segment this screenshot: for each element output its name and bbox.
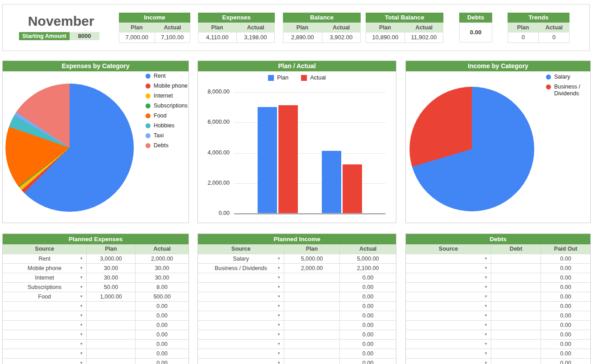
actual-cell[interactable]: 0.00 <box>339 349 396 358</box>
paid-out-cell[interactable]: 0.00 <box>541 302 590 311</box>
paid-out-cell[interactable]: 0.00 <box>541 349 590 358</box>
source-cell[interactable]: ▼ <box>3 311 86 320</box>
debt-cell[interactable] <box>491 311 541 320</box>
plan-cell[interactable] <box>284 292 339 301</box>
dropdown-arrow-icon[interactable]: ▼ <box>80 285 83 289</box>
plan-cell[interactable] <box>284 302 339 311</box>
source-cell[interactable]: ▼ <box>198 311 284 320</box>
bar-plan-income[interactable] <box>258 107 277 213</box>
source-cell[interactable]: ▼ <box>3 330 86 339</box>
debt-cell[interactable] <box>491 254 541 263</box>
expenses-actual-value[interactable]: 3,198.00 <box>236 33 275 42</box>
trends-actual-value[interactable]: 0 <box>538 33 569 42</box>
paid-out-cell[interactable]: 0.00 <box>541 330 590 339</box>
dropdown-arrow-icon[interactable]: ▼ <box>80 314 83 317</box>
dropdown-arrow-icon[interactable]: ▼ <box>80 257 83 261</box>
dropdown-arrow-icon[interactable]: ▼ <box>277 323 281 327</box>
actual-cell[interactable]: 30.00 <box>135 264 188 273</box>
source-cell[interactable]: ▼ <box>3 349 86 358</box>
source-cell[interactable]: ▼ <box>406 340 491 349</box>
source-cell[interactable]: ▼ <box>406 292 491 301</box>
plan-cell[interactable] <box>86 302 135 311</box>
actual-cell[interactable]: 0.00 <box>135 321 188 330</box>
dropdown-arrow-icon[interactable]: ▼ <box>277 285 281 289</box>
actual-cell[interactable]: 0.00 <box>339 311 396 320</box>
dropdown-arrow-icon[interactable]: ▼ <box>277 333 281 336</box>
dropdown-arrow-icon[interactable]: ▼ <box>277 276 281 280</box>
actual-cell[interactable]: 30.00 <box>135 273 188 282</box>
source-cell[interactable]: ▼ <box>406 330 491 339</box>
plan-cell[interactable] <box>284 311 339 320</box>
paid-out-cell[interactable]: 0.00 <box>541 359 590 364</box>
source-cell[interactable]: ▼ <box>406 283 491 292</box>
dropdown-arrow-icon[interactable]: ▼ <box>484 314 488 317</box>
plan-cell[interactable] <box>86 321 135 330</box>
dropdown-arrow-icon[interactable]: ▼ <box>484 333 488 336</box>
dropdown-arrow-icon[interactable]: ▼ <box>80 361 83 364</box>
paid-out-cell[interactable]: 0.00 <box>541 321 590 330</box>
plan-cell[interactable]: 1,000.00 <box>86 292 135 301</box>
plan-cell[interactable] <box>86 340 135 349</box>
income-pie-chart[interactable] <box>409 87 534 211</box>
actual-cell[interactable]: 0.00 <box>135 340 188 349</box>
dropdown-arrow-icon[interactable]: ▼ <box>277 257 281 261</box>
plan-cell[interactable]: 30.00 <box>86 273 135 282</box>
source-cell[interactable]: Mobile phone ▼ <box>3 264 86 273</box>
expenses-plan-value[interactable]: 4,110.00 <box>198 33 236 42</box>
dropdown-arrow-icon[interactable]: ▼ <box>484 352 488 355</box>
actual-cell[interactable]: 5,000.00 <box>339 254 396 263</box>
actual-cell[interactable]: 0.00 <box>135 349 188 358</box>
source-cell[interactable]: ▼ <box>406 359 491 364</box>
balance-actual-value[interactable]: 3,902.00 <box>322 33 361 42</box>
source-cell[interactable]: ▼ <box>3 321 86 330</box>
dropdown-arrow-icon[interactable]: ▼ <box>80 323 83 327</box>
paid-out-cell[interactable]: 0.00 <box>541 273 590 282</box>
source-cell[interactable]: ▼ <box>406 321 491 330</box>
actual-cell[interactable]: 0.00 <box>135 359 188 364</box>
actual-cell[interactable]: 0.00 <box>135 311 188 320</box>
income-plan-value[interactable]: 7,000.00 <box>119 33 155 42</box>
income-actual-value[interactable]: 7,100.00 <box>155 33 190 42</box>
plan-cell[interactable] <box>284 273 339 282</box>
source-cell[interactable]: ▼ <box>406 254 491 263</box>
paid-out-cell[interactable]: 0.00 <box>541 311 590 320</box>
source-cell[interactable]: Food ▼ <box>3 292 86 301</box>
debt-cell[interactable] <box>491 359 541 364</box>
actual-cell[interactable]: 0.00 <box>339 330 396 339</box>
starting-amount-value[interactable]: 8000 <box>70 32 99 40</box>
debt-cell[interactable] <box>491 273 541 282</box>
actual-cell[interactable]: 0.00 <box>339 283 396 292</box>
plan-cell[interactable]: 5,000.00 <box>284 254 339 263</box>
expenses-pie-chart[interactable] <box>5 84 134 212</box>
source-cell[interactable]: ▼ <box>406 311 491 320</box>
plan-cell[interactable] <box>284 349 339 358</box>
source-cell[interactable]: ▼ <box>406 302 491 311</box>
source-cell[interactable]: ▼ <box>3 302 86 311</box>
actual-cell[interactable]: 0.00 <box>339 340 396 349</box>
paid-out-cell[interactable]: 0.00 <box>541 264 590 273</box>
debt-cell[interactable] <box>491 321 541 330</box>
plan-cell[interactable] <box>284 283 339 292</box>
dropdown-arrow-icon[interactable]: ▼ <box>80 333 83 336</box>
paid-out-cell[interactable]: 0.00 <box>541 283 590 292</box>
plan-cell[interactable]: 3,000.00 <box>86 254 135 263</box>
actual-cell[interactable]: 500.00 <box>135 292 188 301</box>
total-balance-plan-value[interactable]: 10,890.00 <box>366 33 405 42</box>
trends-plan-value[interactable]: 0 <box>508 33 538 42</box>
dropdown-arrow-icon[interactable]: ▼ <box>80 266 83 270</box>
source-cell[interactable]: ▼ <box>198 321 284 330</box>
plan-cell[interactable] <box>86 359 135 364</box>
source-cell[interactable]: ▼ <box>198 359 284 364</box>
total-balance-actual-value[interactable]: 11,902.00 <box>405 33 443 42</box>
debt-cell[interactable] <box>491 330 541 339</box>
source-cell[interactable]: ▼ <box>198 302 284 311</box>
source-cell[interactable]: Business / Dividends ▼ <box>198 264 284 273</box>
source-cell[interactable]: ▼ <box>198 292 284 301</box>
debts-total-value[interactable]: 0.00 <box>459 23 492 42</box>
dropdown-arrow-icon[interactable]: ▼ <box>484 361 488 364</box>
paid-out-cell[interactable]: 0.00 <box>541 254 590 263</box>
actual-cell[interactable]: 0.00 <box>339 292 396 301</box>
dropdown-arrow-icon[interactable]: ▼ <box>80 352 83 355</box>
plan-cell[interactable]: 30.00 <box>86 264 135 273</box>
plan-cell[interactable]: 2,000.00 <box>284 264 339 273</box>
